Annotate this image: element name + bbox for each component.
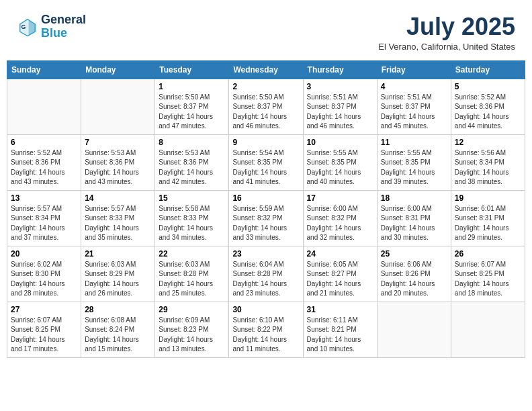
weekday-header-wednesday: Wednesday (229, 60, 303, 79)
calendar-cell: 10Sunrise: 5:55 AM Sunset: 8:35 PM Dayli… (303, 134, 377, 190)
logo-text: GeneralBlue (41, 13, 86, 40)
calendar-cell: 21Sunrise: 6:03 AM Sunset: 8:29 PM Dayli… (81, 246, 155, 302)
day-number: 1 (159, 82, 225, 91)
day-info: Sunrise: 5:55 AM Sunset: 8:35 PM Dayligh… (307, 148, 373, 187)
calendar-cell (451, 302, 525, 357)
day-info: Sunrise: 6:04 AM Sunset: 8:28 PM Dayligh… (232, 260, 299, 299)
day-number: 8 (159, 138, 225, 147)
day-number: 28 (85, 305, 151, 314)
calendar-cell: 11Sunrise: 5:55 AM Sunset: 8:35 PM Dayli… (377, 134, 451, 190)
calendar-cell (377, 302, 451, 357)
day-info: Sunrise: 5:52 AM Sunset: 8:36 PM Dayligh… (11, 148, 77, 187)
calendar-cell: 27Sunrise: 6:07 AM Sunset: 8:25 PM Dayli… (7, 302, 81, 357)
day-number: 5 (455, 82, 521, 91)
day-info: Sunrise: 5:53 AM Sunset: 8:36 PM Dayligh… (85, 148, 151, 187)
calendar-cell: 29Sunrise: 6:09 AM Sunset: 8:23 PM Dayli… (155, 302, 229, 357)
day-number: 22 (159, 249, 225, 259)
day-info: Sunrise: 5:53 AM Sunset: 8:36 PM Dayligh… (159, 148, 225, 187)
weekday-header-tuesday: Tuesday (155, 60, 229, 79)
day-number: 25 (381, 249, 447, 259)
calendar-cell: 20Sunrise: 6:02 AM Sunset: 8:30 PM Dayli… (7, 246, 81, 302)
calendar-cell: 16Sunrise: 5:59 AM Sunset: 8:32 PM Dayli… (229, 190, 303, 246)
day-info: Sunrise: 5:57 AM Sunset: 8:33 PM Dayligh… (85, 204, 151, 243)
day-info: Sunrise: 5:54 AM Sunset: 8:35 PM Dayligh… (232, 148, 299, 187)
calendar: SundayMondayTuesdayWednesdayThursdayFrid… (7, 60, 525, 358)
day-info: Sunrise: 6:02 AM Sunset: 8:30 PM Dayligh… (11, 260, 77, 299)
day-number: 9 (232, 138, 299, 147)
day-number: 30 (232, 305, 299, 314)
calendar-cell: 26Sunrise: 6:07 AM Sunset: 8:25 PM Dayli… (451, 246, 525, 302)
day-info: Sunrise: 5:51 AM Sunset: 8:37 PM Dayligh… (381, 93, 447, 132)
day-info: Sunrise: 6:08 AM Sunset: 8:24 PM Dayligh… (85, 316, 151, 355)
day-info: Sunrise: 6:03 AM Sunset: 8:29 PM Dayligh… (85, 260, 151, 299)
day-info: Sunrise: 6:09 AM Sunset: 8:23 PM Dayligh… (159, 316, 225, 355)
day-number: 6 (11, 138, 77, 147)
week-row-5: 27Sunrise: 6:07 AM Sunset: 8:25 PM Dayli… (7, 302, 525, 357)
day-info: Sunrise: 6:06 AM Sunset: 8:26 PM Dayligh… (381, 260, 447, 299)
weekday-header-monday: Monday (81, 60, 155, 79)
day-info: Sunrise: 5:50 AM Sunset: 8:37 PM Dayligh… (159, 93, 225, 132)
calendar-cell: 18Sunrise: 6:00 AM Sunset: 8:31 PM Dayli… (377, 190, 451, 246)
day-number: 24 (307, 249, 373, 259)
weekday-header-row: SundayMondayTuesdayWednesdayThursdayFrid… (7, 60, 525, 79)
day-number: 7 (85, 138, 151, 147)
day-number: 19 (455, 193, 521, 203)
calendar-cell (81, 79, 155, 134)
day-info: Sunrise: 5:59 AM Sunset: 8:32 PM Dayligh… (232, 204, 299, 243)
calendar-cell: 5Sunrise: 5:52 AM Sunset: 8:36 PM Daylig… (451, 79, 525, 134)
week-row-2: 6Sunrise: 5:52 AM Sunset: 8:36 PM Daylig… (7, 134, 525, 190)
calendar-cell: 7Sunrise: 5:53 AM Sunset: 8:36 PM Daylig… (81, 134, 155, 190)
calendar-cell: 31Sunrise: 6:11 AM Sunset: 8:21 PM Dayli… (303, 302, 377, 357)
calendar-cell: 25Sunrise: 6:06 AM Sunset: 8:26 PM Dayli… (377, 246, 451, 302)
calendar-cell: 13Sunrise: 5:57 AM Sunset: 8:34 PM Dayli… (7, 190, 81, 246)
day-number: 29 (159, 305, 225, 314)
calendar-cell: 1Sunrise: 5:50 AM Sunset: 8:37 PM Daylig… (155, 79, 229, 134)
calendar-cell: 12Sunrise: 5:56 AM Sunset: 8:34 PM Dayli… (451, 134, 525, 190)
weekday-header-saturday: Saturday (451, 60, 525, 79)
day-info: Sunrise: 5:57 AM Sunset: 8:34 PM Dayligh… (11, 204, 77, 243)
day-info: Sunrise: 5:56 AM Sunset: 8:34 PM Dayligh… (455, 148, 521, 187)
day-number: 23 (232, 249, 299, 259)
logo-icon: G (17, 16, 38, 38)
day-number: 31 (307, 305, 373, 314)
calendar-cell: 30Sunrise: 6:10 AM Sunset: 8:22 PM Dayli… (229, 302, 303, 357)
month-title: July 2025 (378, 13, 515, 40)
week-row-3: 13Sunrise: 5:57 AM Sunset: 8:34 PM Dayli… (7, 190, 525, 246)
calendar-cell: 23Sunrise: 6:04 AM Sunset: 8:28 PM Dayli… (229, 246, 303, 302)
day-info: Sunrise: 5:52 AM Sunset: 8:36 PM Dayligh… (455, 93, 521, 132)
calendar-cell: 24Sunrise: 6:05 AM Sunset: 8:27 PM Dayli… (303, 246, 377, 302)
day-number: 10 (307, 138, 373, 147)
day-info: Sunrise: 6:00 AM Sunset: 8:31 PM Dayligh… (381, 204, 447, 243)
day-number: 11 (381, 138, 447, 147)
day-number: 20 (11, 249, 77, 259)
day-number: 26 (455, 249, 521, 259)
day-info: Sunrise: 5:55 AM Sunset: 8:35 PM Dayligh… (381, 148, 447, 187)
calendar-cell: 22Sunrise: 6:03 AM Sunset: 8:28 PM Dayli… (155, 246, 229, 302)
calendar-cell: 17Sunrise: 6:00 AM Sunset: 8:32 PM Dayli… (303, 190, 377, 246)
day-info: Sunrise: 6:10 AM Sunset: 8:22 PM Dayligh… (232, 316, 299, 355)
weekday-header-friday: Friday (377, 60, 451, 79)
page-header: G GeneralBlue July 2025 El Verano, Calif… (7, 7, 525, 55)
week-row-1: 1Sunrise: 5:50 AM Sunset: 8:37 PM Daylig… (7, 79, 525, 134)
weekday-header-sunday: Sunday (7, 60, 81, 79)
day-number: 4 (381, 82, 447, 91)
calendar-cell: 3Sunrise: 5:51 AM Sunset: 8:37 PM Daylig… (303, 79, 377, 134)
calendar-cell (7, 79, 81, 134)
day-number: 17 (307, 193, 373, 203)
calendar-cell: 15Sunrise: 5:58 AM Sunset: 8:33 PM Dayli… (155, 190, 229, 246)
day-number: 27 (11, 305, 77, 314)
svg-text:G: G (21, 24, 26, 30)
calendar-cell: 14Sunrise: 5:57 AM Sunset: 8:33 PM Dayli… (81, 190, 155, 246)
title-block: July 2025 El Verano, California, United … (378, 13, 515, 52)
weekday-header-thursday: Thursday (303, 60, 377, 79)
day-info: Sunrise: 6:00 AM Sunset: 8:32 PM Dayligh… (307, 204, 373, 243)
day-number: 14 (85, 193, 151, 203)
day-number: 13 (11, 193, 77, 203)
day-info: Sunrise: 6:01 AM Sunset: 8:31 PM Dayligh… (455, 204, 521, 243)
calendar-cell: 19Sunrise: 6:01 AM Sunset: 8:31 PM Dayli… (451, 190, 525, 246)
day-info: Sunrise: 6:07 AM Sunset: 8:25 PM Dayligh… (455, 260, 521, 299)
day-info: Sunrise: 5:58 AM Sunset: 8:33 PM Dayligh… (159, 204, 225, 243)
calendar-cell: 8Sunrise: 5:53 AM Sunset: 8:36 PM Daylig… (155, 134, 229, 190)
day-number: 21 (85, 249, 151, 259)
calendar-cell: 4Sunrise: 5:51 AM Sunset: 8:37 PM Daylig… (377, 79, 451, 134)
